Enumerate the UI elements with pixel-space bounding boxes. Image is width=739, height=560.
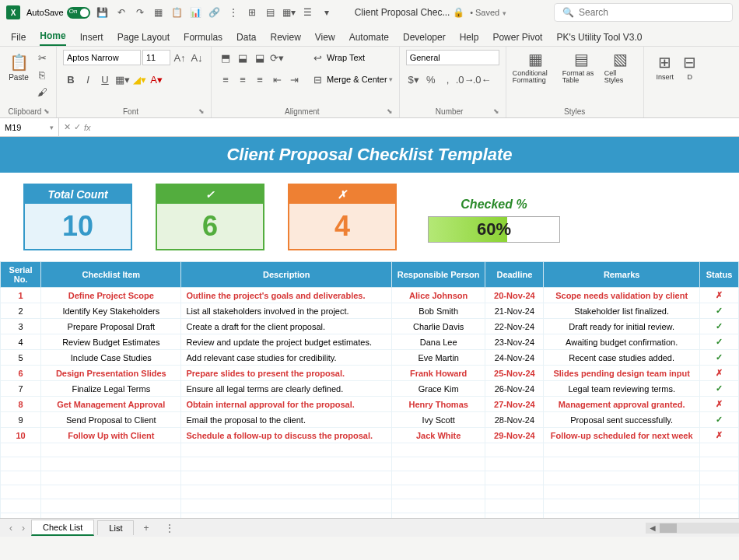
font-size-select[interactable] (142, 50, 170, 65)
number-launcher-icon[interactable]: ⬊ (493, 107, 499, 115)
alignment-launcher-icon[interactable]: ⬊ (387, 107, 393, 115)
qat-dropdown-icon[interactable]: ▾ (320, 6, 333, 19)
font-name-select[interactable] (63, 50, 141, 65)
qat-chart-icon[interactable]: 📊 (190, 6, 202, 19)
percent-icon[interactable]: % (423, 72, 439, 87)
table-row-empty[interactable] (1, 485, 739, 499)
qat-cells-icon[interactable]: ▤ (264, 6, 277, 19)
table-row[interactable]: 2Identify Key StakeholdersList all stake… (1, 303, 739, 319)
table-row-empty[interactable] (1, 443, 739, 457)
currency-icon[interactable]: $▾ (406, 72, 422, 87)
orientation-icon[interactable]: ⟳▾ (269, 50, 285, 65)
add-sheet-button[interactable]: + (137, 523, 155, 534)
enter-formula-icon[interactable]: ✓ (74, 122, 81, 132)
decrease-font-icon[interactable]: A↓ (189, 50, 205, 65)
fx-icon[interactable]: fx (84, 123, 91, 132)
paste-button[interactable]: 📋Paste (6, 50, 31, 84)
name-box[interactable]: ▾ (0, 118, 59, 136)
table-row[interactable]: 5Include Case StudiesAdd relevant case s… (1, 350, 739, 366)
worksheet[interactable]: Client Proposal Checklist Template Total… (0, 137, 739, 518)
tab-view[interactable]: View (315, 29, 335, 46)
tab-home[interactable]: Home (40, 27, 65, 46)
table-row[interactable]: 6Design Presentation SlidesPrepare slide… (1, 366, 739, 381)
save-icon[interactable]: 💾 (96, 6, 109, 19)
delete-cells-button[interactable]: ⊟D (683, 50, 697, 84)
table-row[interactable]: 8Get Management ApprovalObtain internal … (1, 397, 739, 412)
tab-utility-tool[interactable]: PK's Utility Tool V3.0 (556, 29, 642, 46)
toggle-switch-icon[interactable]: On (67, 7, 90, 19)
formula-input[interactable] (96, 123, 739, 132)
comma-icon[interactable]: , (440, 72, 456, 87)
decrease-indent-icon[interactable]: ⇤ (269, 72, 285, 87)
insert-cells-button[interactable]: ⊞Insert (650, 50, 680, 84)
table-row[interactable]: 1Define Project ScopeOutline the project… (1, 288, 739, 303)
undo-icon[interactable]: ↶ (115, 6, 128, 19)
wrap-text-button[interactable]: ↩Wrap Text (310, 50, 393, 65)
format-painter-icon[interactable]: 🖌 (34, 84, 50, 100)
underline-button[interactable]: U (97, 72, 113, 87)
qat-link-icon[interactable]: 🔗 (208, 6, 221, 19)
align-top-icon[interactable]: ⬒ (218, 50, 233, 65)
qat-paste-icon[interactable]: 📋 (171, 6, 184, 19)
scroll-thumb[interactable] (660, 523, 677, 533)
table-row[interactable]: 9Send Proposal to ClientEmail the propos… (1, 412, 739, 428)
sheet-nav-next-icon[interactable]: › (19, 523, 28, 534)
fill-color-button[interactable]: ◢▾ (131, 72, 147, 87)
border-button[interactable]: ▦▾ (114, 72, 130, 87)
copy-icon[interactable]: ⎘ (34, 67, 50, 82)
tab-review[interactable]: Review (270, 29, 300, 46)
qat-grid-icon[interactable]: ▦ (152, 6, 165, 19)
qat-filter-icon[interactable]: ⋮ (227, 6, 240, 19)
table-row[interactable]: 3Prepare Proposal DraftCreate a draft fo… (1, 319, 739, 334)
horizontal-scrollbar[interactable]: ◄ (646, 523, 739, 534)
tab-formulas[interactable]: Formulas (184, 29, 222, 46)
number-format-select[interactable] (406, 50, 499, 65)
cut-icon[interactable]: ✂ (34, 50, 50, 65)
table-row[interactable]: 7Finalize Legal TermsEnsure all legal te… (1, 381, 739, 397)
saved-indicator[interactable]: • Saved (470, 8, 499, 17)
font-launcher-icon[interactable]: ⬊ (198, 107, 205, 115)
document-title[interactable]: Client Proposal Chec... 🔒 • Saved ▾ (355, 7, 506, 18)
cell-styles-button[interactable]: ▧Cell Styles (604, 50, 637, 84)
redo-icon[interactable]: ↷ (134, 6, 146, 19)
italic-button[interactable]: I (80, 72, 96, 87)
tab-developer[interactable]: Developer (403, 29, 446, 46)
search-box[interactable]: 🔍 (554, 3, 733, 22)
search-input[interactable] (579, 7, 724, 18)
qat-pivot-icon[interactable]: ▦▾ (283, 6, 296, 19)
format-as-table-button[interactable]: ▤Format as Table (562, 50, 601, 84)
sheet-tab-list[interactable]: List (97, 520, 134, 535)
font-color-button[interactable]: A▾ (149, 72, 164, 87)
merge-center-button[interactable]: ⊟Merge & Center▾ (310, 72, 393, 87)
align-bottom-icon[interactable]: ⬓ (252, 50, 268, 65)
tab-power-pivot[interactable]: Power Pivot (492, 29, 542, 46)
qat-table-icon[interactable]: ⊞ (246, 6, 258, 19)
table-row-empty[interactable] (1, 499, 739, 513)
decrease-decimal-icon[interactable]: .0← (475, 72, 490, 87)
align-left-icon[interactable]: ≡ (218, 72, 233, 87)
conditional-formatting-button[interactable]: ▦Conditional Formatting (513, 50, 559, 84)
align-right-icon[interactable]: ≡ (252, 72, 268, 87)
clipboard-launcher-icon[interactable]: ⬊ (44, 107, 50, 115)
align-middle-icon[interactable]: ⬓ (235, 50, 250, 65)
sheet-nav-prev-icon[interactable]: ‹ (6, 523, 16, 534)
increase-font-icon[interactable]: A↑ (172, 50, 187, 65)
tab-help[interactable]: Help (460, 29, 479, 46)
increase-indent-icon[interactable]: ⇥ (286, 72, 302, 87)
tab-file[interactable]: File (11, 29, 26, 46)
sheet-tab-checklist[interactable]: Check List (31, 520, 94, 536)
tab-automate[interactable]: Automate (349, 29, 389, 46)
increase-decimal-icon[interactable]: .0→ (457, 72, 473, 87)
sheet-more-icon[interactable]: ⋮ (159, 523, 180, 534)
tab-page-layout[interactable]: Page Layout (117, 29, 170, 46)
tab-data[interactable]: Data (236, 29, 256, 46)
autosave-toggle[interactable]: AutoSave On (26, 7, 90, 19)
align-center-icon[interactable]: ≡ (235, 72, 250, 87)
bold-button[interactable]: B (63, 72, 79, 87)
table-row-empty[interactable] (1, 471, 739, 485)
tab-insert[interactable]: Insert (80, 29, 103, 46)
table-row-empty[interactable] (1, 457, 739, 471)
qat-list-icon[interactable]: ☰ (302, 6, 314, 19)
cancel-formula-icon[interactable]: ✕ (64, 122, 71, 132)
table-row[interactable]: 10Follow Up with ClientSchedule a follow… (1, 428, 739, 443)
